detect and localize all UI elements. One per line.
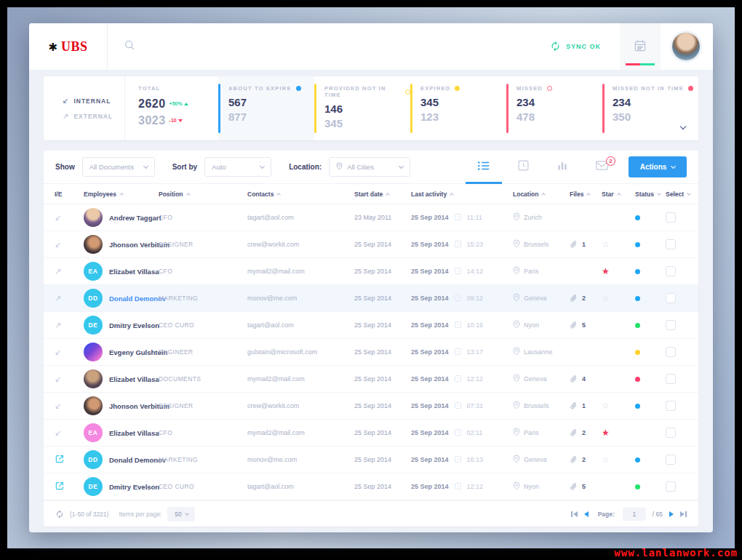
page-label: Page:	[598, 511, 615, 518]
stat-card[interactable]: EXPIRED 345 123	[410, 76, 506, 140]
row-checkbox[interactable]	[666, 401, 676, 411]
sort-label: Sort by	[172, 163, 197, 171]
location-pin-icon	[513, 455, 520, 465]
star-toggle[interactable]: ☆	[602, 294, 635, 303]
table-row[interactable]: ↙ Evgeny Gulshtein ENGINEER gulstain@mic…	[44, 339, 698, 366]
page-input[interactable]: 1	[623, 508, 646, 521]
paperclip-icon	[567, 292, 579, 304]
row-checkbox[interactable]	[666, 266, 676, 276]
files-cell: 2	[570, 428, 602, 437]
search-button[interactable]	[124, 39, 135, 54]
location-city: Nyon	[524, 483, 539, 490]
refresh-icon[interactable]	[55, 510, 64, 519]
row-checkbox[interactable]	[666, 293, 676, 303]
table-row[interactable]: DD Donald Demonov MARKETING monov@me.com…	[44, 447, 698, 473]
row-checkbox[interactable]	[666, 239, 676, 249]
column-header[interactable]: Select	[666, 191, 690, 198]
internal-label: INTERNAL	[73, 97, 111, 105]
star-toggle[interactable]: ☆	[602, 240, 635, 249]
row-checkbox[interactable]	[666, 212, 676, 223]
paperclip-icon	[567, 319, 579, 331]
column-header[interactable]: Start date	[354, 191, 411, 198]
row-checkbox[interactable]	[666, 455, 676, 465]
location-select[interactable]: All Cities	[329, 157, 410, 177]
table-row[interactable]: ↙ Jhonson Verbitum DESIGNER crew@workit.…	[44, 393, 698, 420]
pagination-first-button[interactable]	[571, 511, 578, 517]
star-toggle[interactable]: ★	[602, 267, 635, 276]
user-avatar[interactable]	[672, 33, 700, 60]
stat-card[interactable]: PROVIDED NOT IN TIME 146 345	[314, 76, 410, 140]
row-checkbox[interactable]	[666, 374, 676, 384]
column-header[interactable]: I/E	[55, 191, 84, 198]
table-row[interactable]: DE Dmitry Evelson CEO CURO tagart@aol.co…	[44, 473, 698, 500]
location-pin-icon	[336, 162, 343, 172]
stat-card[interactable]: ABOUT TO EXPIRE 567 877	[218, 76, 314, 140]
table-row[interactable]: ↙ EA Elizabet Villasa CFO mymail2@mail.c…	[44, 420, 698, 447]
table-footer: (1-50 of 3221) Items per page: 50 Page: …	[44, 500, 698, 527]
pagination-prev-button[interactable]	[584, 511, 589, 517]
column-header[interactable]: Employees	[84, 191, 159, 198]
table-row[interactable]: ↗ DE Dmitry Evelson CEO CURO tagart@aol.…	[44, 312, 698, 339]
show-select[interactable]: All Documents	[82, 157, 155, 177]
column-header[interactable]: Position	[159, 191, 247, 198]
calendar-button[interactable]	[620, 23, 661, 70]
star-toggle[interactable]: ☆	[602, 455, 635, 464]
position: CFO	[159, 214, 247, 221]
sync-status[interactable]: SYNC OK	[550, 41, 601, 53]
position: CEO CURO	[159, 483, 247, 490]
column-header[interactable]: Last activity	[411, 191, 513, 198]
items-per-page-select[interactable]: 50	[167, 507, 195, 521]
column-header[interactable]: Status	[635, 191, 666, 198]
row-checkbox[interactable]	[666, 481, 676, 492]
activity-date: 25 Sep 2014	[411, 429, 449, 436]
files-cell: 1	[570, 240, 602, 249]
start-date: 25 Sep 2014	[354, 402, 411, 409]
stats-expand-chevron[interactable]	[678, 116, 688, 135]
table-row[interactable]: ↙ Jhonson Verbitum DESIGNER crew@workit.…	[44, 231, 698, 258]
total-label: TOTAL	[138, 85, 218, 92]
sync-icon	[550, 41, 561, 53]
activity-date: 25 Sep 2014	[411, 348, 449, 356]
tab-timeline-view[interactable]	[503, 151, 543, 184]
avatar	[84, 369, 103, 388]
location-pin-icon	[513, 347, 520, 357]
actions-button[interactable]: Actions	[629, 156, 687, 177]
star-toggle[interactable]: ☆	[602, 401, 635, 410]
sort-select[interactable]: Auto	[204, 157, 271, 177]
position: ENGINEER	[159, 348, 247, 356]
pagination-next-button[interactable]	[669, 511, 674, 517]
stat-card[interactable]: MISSED 234 478	[506, 76, 602, 140]
pagination-last-button[interactable]	[680, 511, 687, 517]
activity-time: 02:11	[467, 429, 483, 436]
column-header[interactable]: Files	[570, 191, 602, 198]
column-header[interactable]: Contacts	[247, 191, 354, 198]
table-row[interactable]: ↙ Elizabet Villasa DOCUMENTS mymail2@mai…	[44, 366, 698, 393]
ubs-keys-icon: ✱	[48, 41, 57, 52]
table-row[interactable]: ↗ EA Elizabet Villasa CFO mymail2@mail.c…	[44, 258, 698, 285]
internal-filter[interactable]: ↙ INTERNAL	[63, 97, 124, 105]
table-row[interactable]: ↗ DD Donald Demonov MARKETING monov@me.c…	[44, 285, 698, 312]
row-checkbox[interactable]	[666, 320, 676, 330]
table-row[interactable]: ↙ Andrew Taggart CFO tagart@aol.com 23 M…	[44, 204, 698, 231]
row-checkbox[interactable]	[666, 428, 676, 438]
paperclip-icon	[567, 481, 579, 492]
tab-mail-view[interactable]: 2	[582, 151, 621, 184]
row-checkbox[interactable]	[666, 347, 676, 357]
column-header[interactable]: Location	[513, 191, 570, 198]
ubs-logo[interactable]: ✱ UBS	[29, 23, 108, 70]
status-dot-icon	[296, 86, 301, 91]
files-cell: 2	[570, 455, 602, 464]
employee-name: Andrew Taggart	[109, 214, 161, 222]
external-filter[interactable]: ↗ EXTERNAL	[63, 112, 124, 120]
column-header[interactable]: Star	[602, 191, 635, 198]
star-toggle[interactable]: ★	[602, 428, 635, 437]
results-range: (1-50 of 3221)	[70, 511, 108, 518]
tab-list-view[interactable]	[464, 151, 503, 184]
location-city: Paris	[524, 429, 539, 436]
avatar: EA	[84, 423, 103, 442]
activity-date: 25 Sep 2014	[411, 241, 449, 248]
ie-icon: ↙	[55, 348, 84, 357]
tab-chart-view[interactable]	[543, 151, 582, 184]
files-cell: 2	[570, 294, 602, 303]
ie-icon	[55, 454, 84, 465]
